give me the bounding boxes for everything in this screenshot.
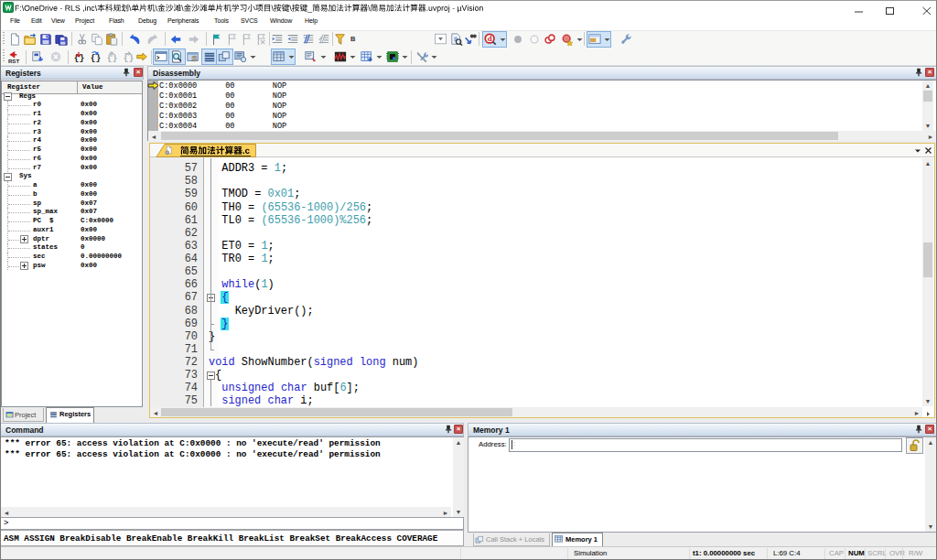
svg-text:d: d (488, 34, 492, 43)
svg-text:{}: {} (91, 53, 102, 63)
svg-text:S: S (191, 53, 198, 63)
svg-text:RST: RST (7, 58, 18, 64)
